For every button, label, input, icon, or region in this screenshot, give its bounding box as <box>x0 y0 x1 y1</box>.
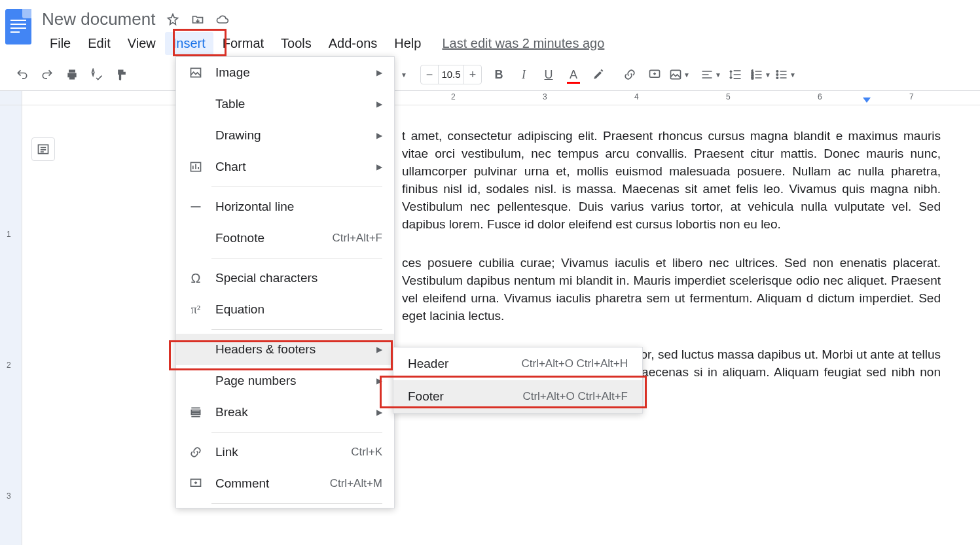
menu-divider <box>211 187 382 187</box>
chevron-right-icon: ▶ <box>376 99 382 109</box>
undo-button[interactable] <box>10 63 34 86</box>
insert-headers-footers[interactable]: Headers & footers▶ <box>176 334 394 365</box>
chart-icon <box>188 159 204 175</box>
line-spacing-button[interactable] <box>724 63 748 86</box>
last-edit-link[interactable]: Last edit was 2 minutes ago <box>442 36 604 51</box>
horizontal-ruler[interactable]: 2 3 4 5 6 7 <box>0 91 980 105</box>
move-icon[interactable] <box>191 12 205 27</box>
insert-comment-button[interactable] <box>643 63 666 86</box>
vruler-tick: 3 <box>7 491 11 501</box>
pi-icon: π² <box>188 302 204 317</box>
menu-edit[interactable]: Edit <box>80 32 118 55</box>
menu-divider <box>211 329 382 330</box>
docs-logo-icon[interactable] <box>5 9 31 44</box>
image-icon <box>188 65 204 80</box>
svg-point-5 <box>776 71 778 73</box>
numbered-list-button[interactable]: 123▼ <box>749 63 772 86</box>
insert-page-numbers[interactable]: Page numbers▶ <box>176 365 394 397</box>
vruler-tick: 1 <box>7 230 11 239</box>
insert-table[interactable]: Table▶ <box>176 88 394 120</box>
ruler-tick: 5 <box>726 92 731 101</box>
ruler-tick: 3 <box>543 92 547 101</box>
font-size-increase[interactable]: + <box>464 68 481 82</box>
insert-menu-dropdown: Image▶ Table▶ Drawing▶ Chart▶ Horizontal… <box>175 56 395 508</box>
insert-chart[interactable]: Chart▶ <box>176 151 394 183</box>
svg-point-6 <box>776 74 778 76</box>
ruler-tick: 6 <box>818 92 822 101</box>
ruler-tick: 2 <box>451 92 456 101</box>
outline-toggle-icon[interactable] <box>31 137 55 161</box>
page-canvas[interactable]: t amet, consectetur adipiscing elit. Pra… <box>22 105 980 545</box>
comment-icon <box>188 476 204 491</box>
insert-image-button[interactable]: ▼ <box>668 63 691 86</box>
menu-file[interactable]: File <box>42 32 79 55</box>
chevron-right-icon: ▶ <box>376 131 382 140</box>
hr-icon <box>188 199 204 215</box>
menu-divider <box>211 503 382 504</box>
print-button[interactable] <box>60 63 84 86</box>
menu-format[interactable]: Format <box>215 32 272 55</box>
paint-format-button[interactable] <box>110 63 134 86</box>
menu-addons[interactable]: Add-ons <box>321 32 386 55</box>
insert-image[interactable]: Image▶ <box>176 57 394 88</box>
ruler-tick: 7 <box>909 92 914 101</box>
break-icon <box>188 404 204 420</box>
vertical-ruler[interactable]: 1 2 3 <box>0 105 22 545</box>
menu-view[interactable]: View <box>120 32 164 55</box>
headers-footers-submenu: HeaderCtrl+Alt+O Ctrl+Alt+H FooterCtrl+A… <box>393 347 643 414</box>
bulleted-list-button[interactable]: ▼ <box>774 63 797 86</box>
submenu-footer[interactable]: FooterCtrl+Alt+O Ctrl+Alt+F <box>393 380 642 413</box>
bold-button[interactable]: B <box>487 63 511 86</box>
spellcheck-button[interactable] <box>85 63 109 86</box>
ruler-tick: 4 <box>634 92 639 101</box>
font-size-decrease[interactable]: − <box>421 68 438 82</box>
ruler-right-indent-marker[interactable] <box>863 98 871 103</box>
submenu-header[interactable]: HeaderCtrl+Alt+O Ctrl+Alt+H <box>393 347 642 380</box>
app-header: New document File Edit View Insert Forma… <box>0 0 980 55</box>
menu-tools[interactable]: Tools <box>273 32 319 55</box>
document-title[interactable]: New document <box>42 9 155 29</box>
insert-drawing[interactable]: Drawing▶ <box>176 120 394 151</box>
chevron-right-icon: ▶ <box>376 162 382 171</box>
chevron-right-icon: ▶ <box>376 408 382 417</box>
link-icon <box>188 444 204 460</box>
table-icon <box>188 96 204 112</box>
title-area: New document File Edit View Insert Forma… <box>42 5 970 55</box>
insert-break[interactable]: Break▶ <box>176 397 394 428</box>
paragraph: ces posuere cubilia curae; Vivamus iacul… <box>402 255 941 325</box>
chevron-right-icon: ▶ <box>376 376 382 385</box>
underline-button[interactable]: U <box>537 63 560 86</box>
dropdown-caret[interactable]: ▼ <box>391 63 415 86</box>
text-color-button[interactable]: A <box>562 63 585 86</box>
highlight-button[interactable] <box>587 63 610 86</box>
document-area: 1 2 3 t amet, consectetur adipiscing eli… <box>0 105 980 545</box>
insert-special-characters[interactable]: ΩSpecial characters <box>176 262 394 294</box>
svg-text:3: 3 <box>752 76 753 80</box>
cloud-status-icon[interactable] <box>215 12 230 27</box>
toolbar: ▼ − 10.5 + B I U A ▼ ▼ 123▼ ▼ <box>0 59 980 91</box>
menu-insert[interactable]: Insert <box>165 32 213 55</box>
insert-link[interactable]: LinkCtrl+K <box>176 436 394 468</box>
menubar: File Edit View Insert Format Tools Add-o… <box>42 32 970 55</box>
font-size-control: − 10.5 + <box>420 65 482 84</box>
insert-comment[interactable]: CommentCtrl+Alt+M <box>176 468 394 499</box>
drawing-icon <box>188 128 204 143</box>
menu-help[interactable]: Help <box>386 32 429 55</box>
star-icon[interactable] <box>166 12 180 27</box>
insert-horizontal-line[interactable]: Horizontal line <box>176 191 394 222</box>
insert-footnote[interactable]: FootnoteCtrl+Alt+F <box>176 222 394 254</box>
insert-link-button[interactable] <box>618 63 642 86</box>
align-button[interactable]: ▼ <box>699 63 723 86</box>
menu-divider <box>211 258 382 258</box>
redo-button[interactable] <box>35 63 59 86</box>
insert-equation[interactable]: π²Equation <box>176 294 394 325</box>
omega-icon: Ω <box>188 270 204 286</box>
italic-button[interactable]: I <box>512 63 535 86</box>
svg-point-7 <box>776 77 778 79</box>
paragraph: t amet, consectetur adipiscing elit. Pra… <box>402 128 941 234</box>
font-size-value[interactable]: 10.5 <box>438 65 464 84</box>
menu-divider <box>211 432 382 433</box>
chevron-right-icon: ▶ <box>376 345 382 354</box>
vruler-tick: 2 <box>7 361 11 370</box>
chevron-right-icon: ▶ <box>376 68 382 77</box>
